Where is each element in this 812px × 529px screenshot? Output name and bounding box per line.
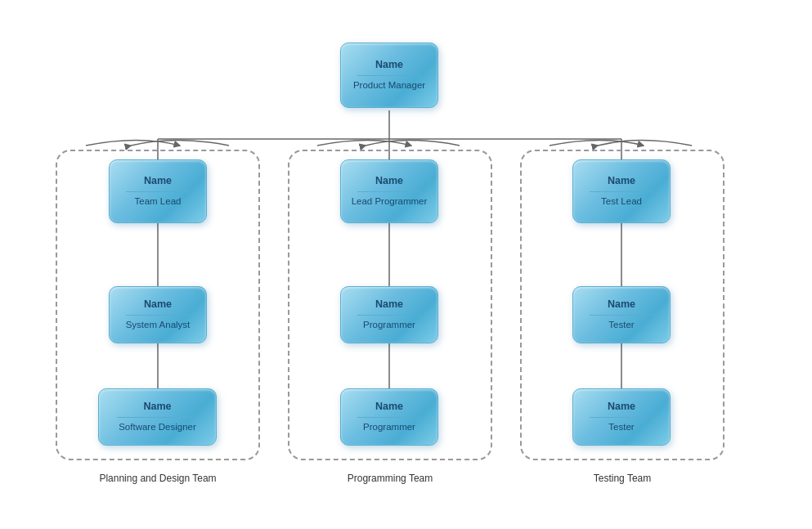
programming-label: Programming Team xyxy=(288,473,492,484)
node-product-manager: Name Product Manager xyxy=(340,43,438,108)
node-tester-2: Name Tester xyxy=(572,388,671,446)
sa-name: Name xyxy=(144,298,172,310)
testl-role: Test Lead xyxy=(601,195,642,208)
node-programmer-2: Name Programmer xyxy=(340,388,438,446)
node-software-designer: Name Software Designer xyxy=(98,388,217,446)
node-team-lead: Name Team Lead xyxy=(109,159,207,223)
t1-name: Name xyxy=(608,298,635,310)
node-test-lead: Name Test Lead xyxy=(572,159,671,223)
testl-divider xyxy=(590,191,653,192)
lp-name: Name xyxy=(375,175,403,186)
tl-name: Name xyxy=(144,175,172,186)
p2-name: Name xyxy=(375,401,403,412)
p2-role: Programmer xyxy=(363,421,415,433)
node-lead-programmer: Name Lead Programmer xyxy=(340,159,438,223)
p2-divider xyxy=(357,417,421,418)
lp-divider xyxy=(357,191,421,192)
p1-divider xyxy=(357,315,421,316)
pm-name: Name xyxy=(375,59,403,70)
tl-divider xyxy=(126,191,190,192)
t1-divider xyxy=(590,315,653,316)
testing-label: Testing Team xyxy=(520,473,725,484)
p1-role: Programmer xyxy=(363,319,415,331)
node-programmer-1: Name Programmer xyxy=(340,286,438,343)
sd-role: Software Designer xyxy=(119,421,196,433)
diagram-container: Name Product Manager Name Team Lead Name… xyxy=(0,0,812,529)
planning-label: Planning and Design Team xyxy=(56,473,260,484)
sa-role: System Analyst xyxy=(126,319,191,331)
p1-name: Name xyxy=(375,298,403,310)
t2-role: Tester xyxy=(608,421,634,433)
node-tester-1: Name Tester xyxy=(572,286,671,343)
t1-role: Tester xyxy=(608,319,634,331)
pm-divider xyxy=(357,75,421,76)
sd-divider xyxy=(117,417,197,418)
node-system-analyst: Name System Analyst xyxy=(109,286,207,343)
t2-name: Name xyxy=(608,401,635,412)
t2-divider xyxy=(590,417,653,418)
pm-role: Product Manager xyxy=(353,79,425,92)
testl-name: Name xyxy=(608,175,635,186)
sd-name: Name xyxy=(143,401,171,412)
tl-role: Team Lead xyxy=(135,195,182,208)
sa-divider xyxy=(126,315,190,316)
lp-role: Lead Programmer xyxy=(352,195,428,208)
